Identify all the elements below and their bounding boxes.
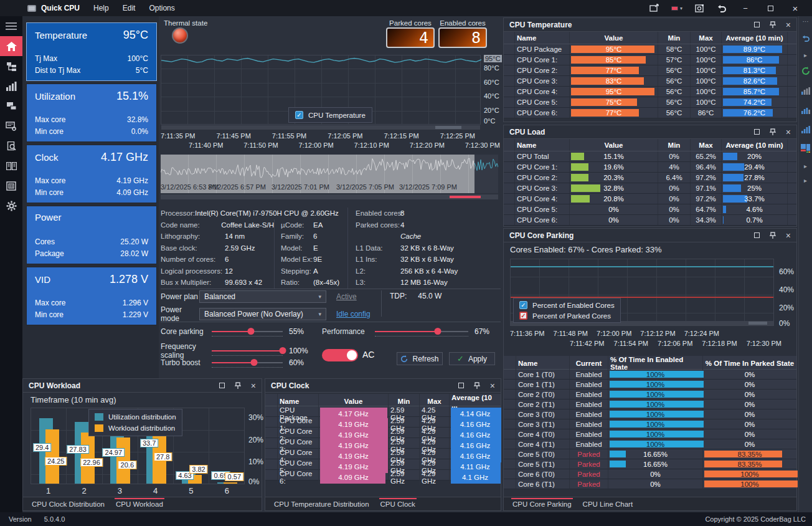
sidebar-item-windows[interactable]	[0, 96, 22, 116]
refresh-button[interactable]: Refresh	[397, 352, 443, 365]
table-row[interactable]: Core 3 (T1) Enabled 100% 0%	[504, 419, 796, 429]
active-link[interactable]: Active	[336, 292, 357, 301]
table-row[interactable]: Core 1 (T0) Enabled 100% 0%	[504, 370, 796, 380]
table-row[interactable]: Core 4 (T0) Enabled 100% 0%	[504, 429, 796, 439]
idle-config-link[interactable]: Idle config	[336, 310, 371, 318]
pin-icon[interactable]	[770, 128, 776, 136]
sidebar-item-cpu[interactable]	[0, 176, 22, 196]
stat-card[interactable]: Temperature 95°C Tj Max 100°C Dist to Tj…	[26, 22, 157, 81]
sidebar-item-settings[interactable]	[0, 196, 22, 216]
legend-checkbox[interactable]: ✓	[519, 312, 527, 320]
undo-layout-icon[interactable]	[801, 33, 810, 44]
slider-thumb[interactable]	[280, 347, 286, 354]
bar-chart-icon[interactable]	[801, 125, 810, 136]
expand-arrow-icon[interactable]: ▸	[804, 52, 807, 59]
table-row[interactable]: CPU Core 3: 83°C 56°C 100°C 82.6°C	[504, 76, 796, 87]
expand-arrow-icon[interactable]: ▸	[804, 163, 807, 170]
reset-view-icon[interactable]	[694, 3, 705, 13]
minimize-button[interactable]: −	[739, 4, 752, 13]
table-row[interactable]: CPU Core 6: 0% 0% 34.3% 0.7%	[504, 215, 796, 226]
stat-card[interactable]: Utilization 15.1% Max core 32.8% Min cor…	[26, 84, 157, 142]
power-plan-select[interactable]: Balanced▾	[199, 290, 326, 303]
menu-item[interactable]: Help	[93, 4, 109, 12]
undo-icon[interactable]	[716, 3, 727, 13]
table-row[interactable]: CPU Core 6: 4.09 GHz 2.59 GHz 4.29 GHz 4…	[265, 470, 501, 481]
slider-thumb[interactable]	[251, 359, 258, 366]
apply-button[interactable]: ✓ Apply	[449, 352, 495, 365]
table-row[interactable]: Core 1 (T1) Enabled 100% 0%	[504, 380, 796, 390]
sidebar-item-home[interactable]	[0, 36, 22, 56]
panel-tab[interactable]: CPU Clock Distribution	[29, 499, 107, 510]
table-row[interactable]: Core 4 (T1) Enabled 100% 0%	[504, 439, 796, 449]
sidebar-item-docs[interactable]	[0, 156, 22, 176]
slider-thumb[interactable]	[247, 328, 254, 335]
close-icon[interactable]: ×	[786, 21, 791, 29]
table-row[interactable]: Core 5 (T1) Parked 16.65% 83.35%	[504, 459, 796, 469]
menu-item[interactable]: Options	[149, 4, 174, 12]
table-row[interactable]: CPU Core 3: 32.8% 0% 97.1% 25%	[504, 183, 796, 194]
table-row[interactable]: Core 2 (T1) Enabled 100% 0%	[504, 399, 796, 409]
hamburger-menu-icon[interactable]	[0, 16, 22, 36]
pin-icon[interactable]	[474, 382, 480, 390]
maximize-button[interactable]	[763, 4, 777, 13]
pin-icon[interactable]	[770, 232, 776, 239]
table-row[interactable]: Core 2 (T0) Enabled 100% 0%	[504, 390, 796, 399]
sidebar-item-system-tree[interactable]	[0, 56, 22, 76]
table-row[interactable]: CPU Core 1: 85°C 57°C 100°C 86°C	[504, 55, 796, 65]
table-row[interactable]: CPU Core 5: 4.19 GHz 2.59 GHz 4.29 GHz 4…	[265, 459, 501, 470]
table-row[interactable]: CPU Package 95°C 58°C 100°C 89.9°C	[504, 44, 796, 55]
table-row[interactable]: Core 5 (T0) Parked 16.65% 83.35%	[504, 449, 796, 459]
close-icon[interactable]: ×	[490, 381, 495, 390]
restore-icon[interactable]	[458, 383, 464, 388]
table-row[interactable]: CPU Core 2: 20.3% 6.4% 97.2% 27.8%	[504, 173, 796, 183]
table-row[interactable]: CPU Core 6: 77°C 56°C 86°C 76.2°C	[504, 108, 796, 118]
dashboard-tiles-icon[interactable]	[801, 144, 810, 155]
restore-icon[interactable]	[754, 22, 760, 27]
more-options-icon[interactable]: ···	[803, 19, 809, 25]
table-row[interactable]: CPU Package 4.17 GHz 2.59 GHz 4.25 GHz 4…	[265, 406, 501, 417]
table-row[interactable]: CPU Core 2: 4.19 GHz 2.59 GHz 4.29 GHz 4…	[265, 428, 501, 438]
table-row[interactable]: Core 3 (T0) Enabled 100% 0%	[504, 409, 796, 419]
panel-tab[interactable]: CPU Line Chart	[580, 499, 636, 510]
slider-track[interactable]	[212, 327, 283, 337]
table-row[interactable]: Core 6 (T1) Parked 0% 100%	[504, 479, 796, 489]
close-icon[interactable]: ×	[786, 128, 791, 136]
panel-tab[interactable]: CPU Workload	[113, 499, 166, 510]
bar-chart-icon[interactable]	[801, 86, 810, 97]
history-overview-strip[interactable]: 3/12/2025 6:53 PM3/12/2025 6:57 PM3/12/2…	[161, 155, 498, 193]
panel-tab[interactable]: CPU Clock	[378, 499, 418, 510]
slider-track[interactable]	[212, 346, 283, 356]
pin-icon[interactable]	[770, 21, 776, 29]
table-row[interactable]: CPU Core 4: 20.8% 0% 97.2% 33.7%	[504, 194, 796, 204]
close-icon[interactable]: ×	[251, 381, 256, 390]
slider-thumb[interactable]	[434, 328, 441, 335]
temp-legend-checkbox[interactable]: ✓	[295, 111, 303, 119]
expand-arrow-icon[interactable]: ▸	[804, 178, 807, 184]
performance-slider[interactable]	[375, 327, 468, 337]
restore-icon[interactable]	[219, 383, 225, 388]
power-mode-select[interactable]: Balanced Power (No Overlay)▾	[199, 308, 326, 320]
sidebar-item-charts[interactable]	[0, 76, 22, 96]
table-row[interactable]: CPU Core 4: 95°C 56°C 100°C 85.7°C	[504, 87, 796, 97]
table-row[interactable]: CPU Core 1: 19.6% 4% 96.4% 29.4%	[504, 162, 796, 173]
sidebar-item-report[interactable]	[0, 136, 22, 156]
pin-icon[interactable]	[235, 382, 241, 390]
table-row[interactable]: CPU Core 2: 77°C 56°C 100°C 81.3°C	[504, 65, 796, 76]
temp-chart-scrollbar[interactable]	[161, 125, 480, 130]
refresh-layout-icon[interactable]	[801, 67, 810, 78]
table-row[interactable]: Core 6 (T0) Parked 0% 100%	[504, 469, 796, 479]
menu-item[interactable]: Edit	[123, 4, 136, 12]
theme-color-picker[interactable]: ▾	[671, 3, 682, 13]
stat-card[interactable]: VID 1.278 V Max core 1.296 V Min core 1.…	[26, 267, 157, 325]
sidebar-item-process-settings[interactable]	[0, 116, 22, 136]
table-row[interactable]: CPU Core 5: 75°C 56°C 100°C 74.2°C	[504, 97, 796, 108]
stat-card[interactable]: Clock 4.17 GHz Max core 4.19 GHz Min cor…	[26, 145, 157, 203]
table-row[interactable]: CPU Core 3: 4.19 GHz 2.59 GHz 4.29 GHz 4…	[265, 438, 501, 449]
table-row[interactable]: CPU Core 5: 0% 0% 64.7% 4.6%	[504, 204, 796, 215]
table-row[interactable]: CPU Core 1: 4.19 GHz 2.59 GHz 4.29 GHz 4…	[265, 417, 501, 428]
table-row[interactable]: CPU Total 15.1% 0% 65.2% 20%	[504, 151, 796, 162]
panel-tab[interactable]: CPU Core Parking	[510, 499, 574, 510]
slider-track[interactable]	[212, 358, 283, 368]
restore-icon[interactable]	[754, 232, 760, 238]
screenshot-icon[interactable]	[649, 3, 660, 13]
